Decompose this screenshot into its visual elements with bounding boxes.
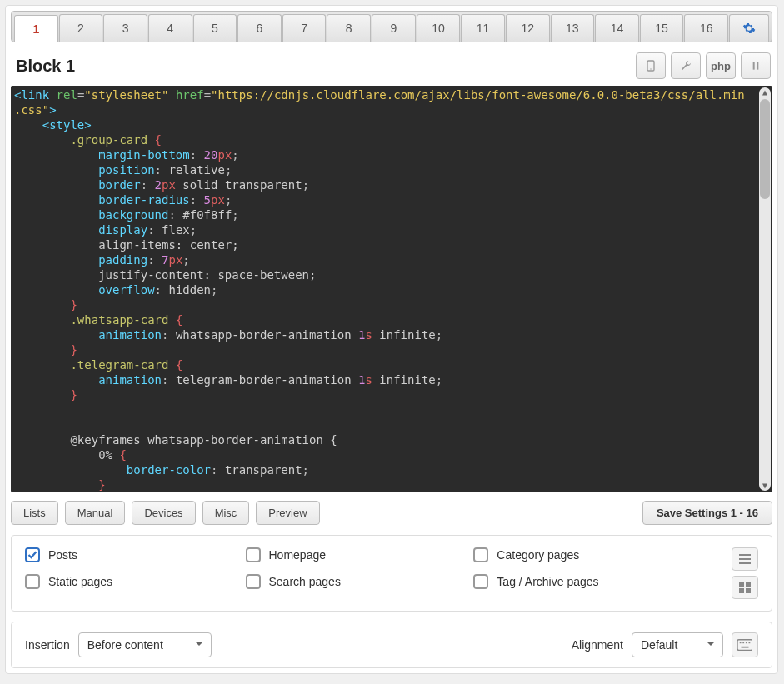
category-label: Category pages — [497, 548, 579, 562]
code-line: border-radius: 5px; — [14, 192, 769, 207]
code-line: margin-bottom: 20px; — [14, 147, 769, 162]
code-line: animation: telegram-border-animation 1s … — [14, 372, 769, 387]
insertion-select[interactable]: Before content — [78, 632, 212, 657]
keyboard-button[interactable] — [732, 632, 758, 657]
alignment-select[interactable]: Default — [632, 632, 723, 657]
save-settings-button[interactable]: Save Settings 1 - 16 — [642, 501, 772, 525]
static-label: Static pages — [48, 575, 112, 588]
tag-archive-checkbox[interactable]: Tag / Archive pages — [473, 574, 598, 589]
page-type-panel: Posts Static pages Homepage Search pages… — [11, 535, 772, 612]
tab-12[interactable]: 12 — [506, 14, 550, 42]
code-editor[interactable]: <link rel="stylesheet" href="https://cdn… — [11, 86, 772, 492]
code-line: .css"> — [14, 102, 769, 117]
pause-icon — [749, 59, 762, 72]
alignment-value: Default — [641, 638, 677, 652]
scroll-thumb[interactable] — [760, 99, 770, 199]
keyboard-icon — [737, 639, 752, 651]
code-line: .whatsapp-card { — [14, 312, 769, 327]
code-line — [14, 417, 769, 432]
code-line: display: flex; — [14, 222, 769, 237]
tab-3[interactable]: 3 — [103, 14, 147, 42]
code-line: .telegram-card { — [14, 357, 769, 372]
code-line: } — [14, 387, 769, 402]
insertion-value: Before content — [87, 638, 163, 652]
svg-rect-2 — [753, 62, 755, 69]
code-line: padding: 7px; — [14, 252, 769, 267]
tab-15[interactable]: 15 — [640, 14, 684, 42]
pause-button[interactable] — [741, 52, 771, 79]
svg-rect-4 — [739, 554, 751, 556]
code-line: <style> — [14, 117, 769, 132]
code-line: background: #f0f8ff; — [14, 207, 769, 222]
settings-tab[interactable] — [729, 14, 769, 42]
homepage-checkbox[interactable]: Homepage — [246, 547, 341, 562]
tools-button[interactable] — [671, 52, 701, 79]
device-preview-button[interactable] — [636, 52, 666, 79]
code-line: position: relative; — [14, 162, 769, 177]
svg-rect-9 — [739, 588, 744, 593]
tab-11[interactable]: 11 — [461, 14, 505, 42]
category-pages-checkbox[interactable]: Category pages — [473, 547, 598, 562]
wrench-icon — [679, 59, 692, 72]
svg-rect-14 — [746, 642, 747, 643]
svg-rect-6 — [739, 562, 751, 564]
scroll-up-arrow[interactable]: ▲ — [760, 87, 770, 97]
svg-rect-11 — [737, 640, 752, 651]
tab-16[interactable]: 16 — [684, 14, 728, 42]
posts-label: Posts — [48, 548, 77, 562]
tab-9[interactable]: 9 — [372, 14, 416, 42]
code-line — [14, 402, 769, 417]
preview-button[interactable]: Preview — [256, 501, 319, 525]
list-view-button[interactable] — [732, 547, 758, 571]
tab-10[interactable]: 10 — [417, 14, 461, 42]
svg-rect-12 — [740, 642, 742, 643]
tab-2[interactable]: 2 — [59, 14, 103, 42]
tab-13[interactable]: 13 — [551, 14, 595, 42]
chevron-down-icon — [706, 638, 716, 652]
action-button-row: Lists Manual Devices Misc Preview Save S… — [11, 501, 772, 525]
code-line: .group-card { — [14, 132, 769, 147]
tab-4[interactable]: 4 — [148, 14, 192, 42]
svg-point-1 — [650, 68, 651, 69]
code-line: } — [14, 477, 769, 492]
settings-panel: 12345678910111213141516 Block 1 php <lin… — [5, 5, 778, 674]
tab-1[interactable]: 1 — [14, 15, 58, 42]
svg-rect-15 — [749, 642, 751, 643]
svg-rect-16 — [742, 647, 749, 648]
page-type-col-1: Posts Static pages — [25, 547, 112, 589]
alignment-group: Alignment Default — [572, 632, 758, 657]
static-pages-checkbox[interactable]: Static pages — [25, 574, 112, 589]
check-icon — [27, 550, 37, 560]
php-button[interactable]: php — [706, 52, 736, 79]
svg-rect-8 — [746, 582, 751, 587]
code-line: border-color: transparent; — [14, 462, 769, 477]
posts-checkbox[interactable]: Posts — [25, 547, 112, 562]
block-title: Block 1 — [12, 57, 75, 76]
search-pages-checkbox[interactable]: Search pages — [246, 574, 341, 589]
svg-rect-10 — [746, 588, 751, 593]
code-line: animation: whatsapp-border-animation 1s … — [14, 327, 769, 342]
code-line: } — [14, 342, 769, 357]
block-header: Block 1 php — [11, 49, 772, 86]
page-type-col-3: Category pages Tag / Archive pages — [473, 547, 598, 589]
svg-rect-3 — [757, 62, 758, 69]
devices-button[interactable]: Devices — [132, 501, 195, 525]
misc-button[interactable]: Misc — [202, 501, 250, 525]
page-type-col-2: Homepage Search pages — [246, 547, 341, 589]
tab-14[interactable]: 14 — [595, 14, 639, 42]
code-line: } — [14, 297, 769, 312]
insertion-group: Insertion Before content — [25, 632, 212, 657]
code-line: justify-content: space-between; — [14, 267, 769, 282]
chevron-down-icon — [194, 638, 204, 652]
homepage-label: Homepage — [269, 548, 327, 562]
tab-8[interactable]: 8 — [327, 14, 371, 42]
insertion-label: Insertion — [25, 638, 70, 652]
tab-7[interactable]: 7 — [282, 14, 327, 42]
manual-button[interactable]: Manual — [65, 501, 126, 525]
tab-6[interactable]: 6 — [237, 14, 282, 42]
scroll-down-arrow[interactable]: ▼ — [760, 481, 770, 491]
lists-button[interactable]: Lists — [11, 501, 58, 525]
tab-5[interactable]: 5 — [193, 14, 237, 42]
grid-view-button[interactable] — [732, 576, 758, 599]
editor-scrollbar[interactable]: ▲ ▼ — [759, 87, 771, 491]
